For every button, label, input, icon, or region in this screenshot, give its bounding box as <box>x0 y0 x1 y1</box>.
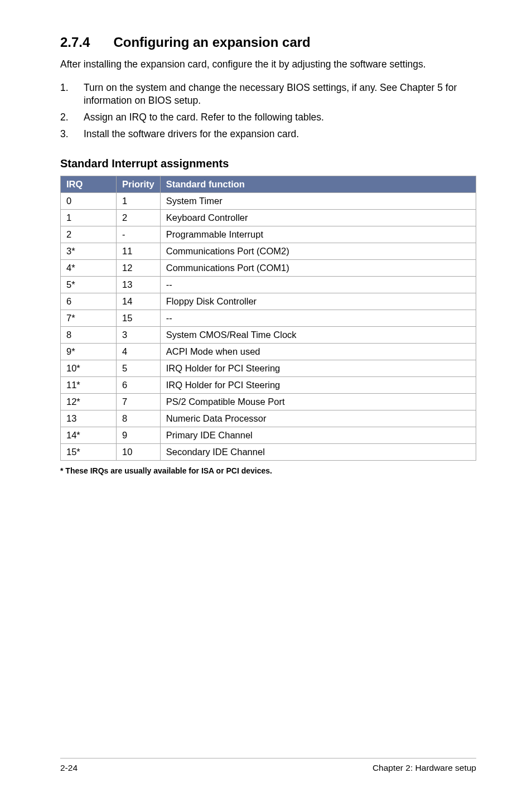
step-number: 3. <box>60 128 84 141</box>
cell-irq: 2 <box>61 226 117 243</box>
cell-function: Keyboard Controller <box>160 210 476 226</box>
cell-irq: 6 <box>61 293 117 310</box>
cell-priority: 2 <box>117 210 161 226</box>
cell-irq: 13 <box>61 410 117 427</box>
subsection-heading: Standard Interrupt assignments <box>60 157 476 170</box>
header-irq: IRQ <box>61 176 117 193</box>
step-item: 2. Assign an IRQ to the card. Refer to t… <box>60 111 476 124</box>
page-number: 2-24 <box>60 763 78 773</box>
cell-irq: 0 <box>61 193 117 210</box>
steps-list: 1. Turn on the system and change the nec… <box>60 81 476 144</box>
cell-priority: 6 <box>117 377 161 394</box>
table-row: 9* 4 ACPI Mode when used <box>61 344 476 360</box>
table-row: 7* 15 -- <box>61 310 476 327</box>
cell-function: System CMOS/Real Time Clock <box>160 327 476 344</box>
cell-priority: 9 <box>117 427 161 444</box>
step-text: Install the software drivers for the exp… <box>84 128 299 141</box>
cell-function: Communications Port (COM2) <box>160 243 476 260</box>
cell-priority: 5 <box>117 360 161 377</box>
cell-function: -- <box>160 310 476 327</box>
cell-priority: 10 <box>117 444 161 461</box>
cell-function: -- <box>160 277 476 293</box>
cell-function: Numeric Data Processor <box>160 410 476 427</box>
step-text: Assign an IRQ to the card. Refer to the … <box>84 111 324 124</box>
cell-irq: 14* <box>61 427 117 444</box>
chapter-label: Chapter 2: Hardware setup <box>373 763 476 773</box>
cell-irq: 12* <box>61 394 117 410</box>
cell-function: Programmable Interrupt <box>160 226 476 243</box>
cell-irq: 10* <box>61 360 117 377</box>
cell-function: ACPI Mode when used <box>160 344 476 360</box>
table-row: 0 1 System Timer <box>61 193 476 210</box>
cell-irq: 8 <box>61 327 117 344</box>
table-row: 11* 6 IRQ Holder for PCI Steering <box>61 377 476 394</box>
cell-function: PS/2 Compatible Mouse Port <box>160 394 476 410</box>
cell-priority: - <box>117 226 161 243</box>
cell-priority: 4 <box>117 344 161 360</box>
cell-priority: 15 <box>117 310 161 327</box>
step-number: 2. <box>60 111 84 124</box>
table-footnote: * These IRQs are usually available for I… <box>60 466 476 475</box>
cell-priority: 7 <box>117 394 161 410</box>
table-row: 1 2 Keyboard Controller <box>61 210 476 226</box>
table-row: 15* 10 Secondary IDE Channel <box>61 444 476 461</box>
cell-priority: 1 <box>117 193 161 210</box>
cell-irq: 3* <box>61 243 117 260</box>
section-number: 2.7.4 <box>60 35 90 50</box>
table-row: 2 - Programmable Interrupt <box>61 226 476 243</box>
cell-function: IRQ Holder for PCI Steering <box>160 377 476 394</box>
table-row: 3* 11 Communications Port (COM2) <box>61 243 476 260</box>
cell-irq: 5* <box>61 277 117 293</box>
irq-table: IRQ Priority Standard function 0 1 Syste… <box>60 176 476 461</box>
table-row: 14* 9 Primary IDE Channel <box>61 427 476 444</box>
page-content: 2.7.4Configuring an expansion card After… <box>0 0 532 802</box>
cell-function: IRQ Holder for PCI Steering <box>160 360 476 377</box>
cell-function: Primary IDE Channel <box>160 427 476 444</box>
cell-irq: 15* <box>61 444 117 461</box>
table-row: 13 8 Numeric Data Processor <box>61 410 476 427</box>
header-function: Standard function <box>160 176 476 193</box>
cell-priority: 3 <box>117 327 161 344</box>
step-item: 3. Install the software drivers for the … <box>60 128 476 141</box>
section-heading: 2.7.4Configuring an expansion card <box>60 35 476 50</box>
cell-priority: 12 <box>117 260 161 277</box>
cell-priority: 14 <box>117 293 161 310</box>
header-priority: Priority <box>117 176 161 193</box>
cell-irq: 4* <box>61 260 117 277</box>
section-title: Configuring an expansion card <box>113 35 310 50</box>
cell-function: Floppy Disk Controller <box>160 293 476 310</box>
table-row: 6 14 Floppy Disk Controller <box>61 293 476 310</box>
intro-paragraph: After installing the expansion card, con… <box>60 58 476 71</box>
cell-function: Secondary IDE Channel <box>160 444 476 461</box>
step-number: 1. <box>60 81 84 108</box>
table-row: 4* 12 Communications Port (COM1) <box>61 260 476 277</box>
table-row: 8 3 System CMOS/Real Time Clock <box>61 327 476 344</box>
cell-irq: 7* <box>61 310 117 327</box>
cell-function: Communications Port (COM1) <box>160 260 476 277</box>
table-row: 5* 13 -- <box>61 277 476 293</box>
cell-priority: 8 <box>117 410 161 427</box>
step-item: 1. Turn on the system and change the nec… <box>60 81 476 108</box>
table-header-row: IRQ Priority Standard function <box>61 176 476 193</box>
cell-irq: 11* <box>61 377 117 394</box>
cell-irq: 9* <box>61 344 117 360</box>
cell-function: System Timer <box>160 193 476 210</box>
step-text: Turn on the system and change the necess… <box>84 81 476 108</box>
table-row: 10* 5 IRQ Holder for PCI Steering <box>61 360 476 377</box>
cell-priority: 13 <box>117 277 161 293</box>
table-row: 12* 7 PS/2 Compatible Mouse Port <box>61 394 476 410</box>
cell-irq: 1 <box>61 210 117 226</box>
page-footer: 2-24 Chapter 2: Hardware setup <box>60 758 476 802</box>
cell-priority: 11 <box>117 243 161 260</box>
